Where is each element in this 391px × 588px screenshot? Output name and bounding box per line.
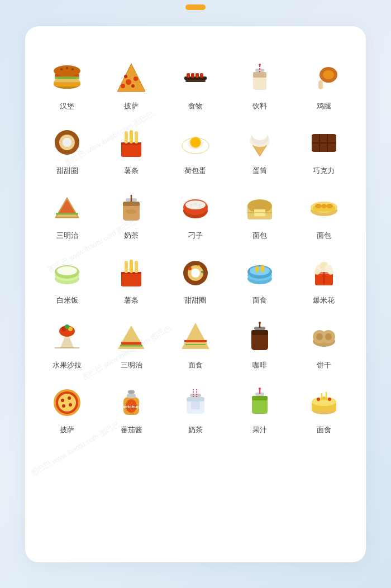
svg-rect-141 — [128, 390, 135, 394]
svg-rect-151 — [252, 396, 268, 400]
svg-rect-39 — [130, 130, 133, 144]
icon-cell: 刁子 — [165, 183, 227, 243]
svg-rect-140 — [127, 394, 136, 398]
icon-cell: 蛋筒 — [228, 118, 290, 178]
icon-cell: ketchup 蕃茄酱 — [101, 377, 163, 437]
icon-label: 披萨 — [124, 101, 139, 111]
icon-cell: 面食 — [228, 247, 290, 308]
svg-point-137 — [69, 403, 72, 407]
svg-point-83 — [57, 266, 77, 275]
icon-label: 面食 — [252, 295, 267, 305]
icon-label: 白米饭 — [56, 295, 78, 305]
svg-rect-40 — [135, 131, 138, 144]
svg-point-130 — [316, 333, 323, 340]
svg-point-15 — [131, 84, 135, 88]
svg-point-131 — [325, 333, 332, 340]
icon-label: 荷包蛋 — [184, 166, 206, 176]
svg-rect-60 — [123, 202, 140, 206]
icon-cell: 奶茶 — [101, 183, 163, 243]
icon-label: 鸡腿 — [317, 101, 331, 111]
icon-cell: 荷包蛋 — [165, 118, 227, 178]
svg-point-14 — [124, 75, 127, 78]
icon-label: 面包 — [252, 231, 267, 241]
food-icon — [111, 122, 151, 162]
svg-rect-145 — [187, 397, 204, 401]
svg-point-108 — [328, 269, 333, 275]
icon-label: 果汁 — [252, 425, 267, 435]
svg-rect-100 — [261, 265, 264, 272]
food-icon — [47, 122, 87, 162]
food-icon — [111, 317, 151, 357]
svg-text:ketchup: ketchup — [123, 404, 140, 409]
food-icon — [304, 187, 344, 227]
svg-point-126 — [259, 322, 261, 324]
svg-point-135 — [61, 399, 64, 402]
icon-cell: 面包 — [228, 183, 290, 243]
food-icon — [175, 58, 216, 98]
icon-label: 食物 — [188, 101, 203, 111]
svg-rect-29 — [318, 80, 323, 89]
icon-label: 奶茶 — [188, 425, 203, 435]
icon-cell: 面包 — [293, 183, 355, 243]
svg-point-9 — [71, 68, 74, 70]
svg-point-7 — [60, 68, 63, 70]
food-icon — [304, 58, 344, 98]
svg-point-92 — [188, 267, 192, 270]
food-icon — [240, 187, 280, 227]
food-icon — [175, 381, 216, 422]
svg-point-136 — [68, 396, 71, 400]
svg-point-94 — [201, 271, 203, 273]
icon-label: 三明治 — [121, 360, 142, 370]
svg-rect-22 — [185, 80, 206, 82]
icons-grid: 汉堡 披萨 食物 饮料 鸡腿 甜甜圈 薯条 — [36, 53, 355, 437]
food-icon — [240, 317, 280, 357]
food-icon — [47, 58, 87, 98]
food-icon — [304, 122, 344, 162]
svg-rect-99 — [255, 266, 259, 272]
icon-label: 披萨 — [60, 425, 74, 435]
icon-cell: 饼干 — [293, 312, 355, 372]
icon-cell: 面食 — [165, 312, 227, 372]
svg-rect-24 — [253, 72, 266, 78]
icon-label: 面食 — [317, 425, 331, 435]
food-icon — [47, 252, 87, 292]
svg-point-154 — [259, 388, 261, 390]
food-icon — [175, 317, 216, 357]
icon-label: 刁子 — [188, 231, 203, 241]
food-icon — [47, 187, 87, 227]
icon-label: 奶茶 — [124, 231, 139, 241]
icon-label: 饼干 — [317, 360, 331, 370]
food-icon — [175, 252, 216, 292]
icon-cell: 三明治 — [101, 312, 163, 372]
svg-rect-86 — [125, 261, 128, 273]
svg-point-79 — [322, 204, 326, 208]
icon-label: 爆米花 — [313, 295, 335, 305]
svg-point-159 — [322, 396, 326, 400]
svg-rect-38 — [125, 131, 128, 144]
svg-point-30 — [323, 70, 334, 79]
icon-cell: 食物 — [165, 53, 227, 113]
svg-rect-146 — [190, 394, 201, 397]
food-icon — [304, 317, 344, 357]
icon-label: 薯条 — [124, 166, 139, 176]
main-card: 图巴巴 www.ibaotu.com 图巴巴 图巴巴 www.ibaotu.co… — [25, 26, 366, 562]
food-icon — [111, 252, 151, 292]
food-icon — [240, 58, 280, 98]
icon-cell: 爆米花 — [293, 247, 355, 308]
svg-point-67 — [190, 204, 192, 206]
format-badge — [185, 4, 206, 10]
svg-point-12 — [126, 79, 131, 85]
svg-point-98 — [250, 266, 270, 275]
svg-point-35 — [63, 138, 71, 147]
svg-point-107 — [314, 269, 320, 275]
icon-cell: 咖啡 — [228, 312, 290, 372]
food-icon — [175, 187, 216, 227]
svg-point-44 — [191, 138, 200, 147]
food-icon — [304, 252, 344, 292]
svg-rect-21 — [200, 73, 203, 78]
svg-rect-87 — [130, 260, 133, 273]
food-icon — [111, 58, 151, 98]
icon-cell: 鸡腿 — [293, 53, 355, 113]
svg-point-63 — [126, 209, 137, 214]
svg-point-48 — [252, 129, 268, 140]
